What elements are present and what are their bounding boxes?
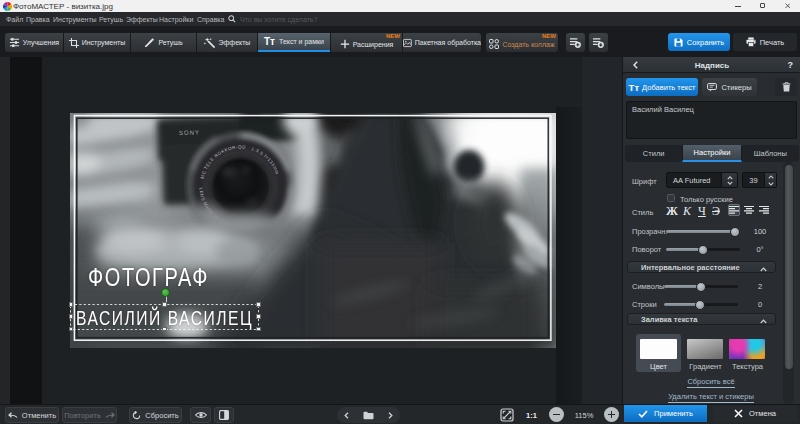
svg-text:SONY: SONY [179, 129, 200, 136]
